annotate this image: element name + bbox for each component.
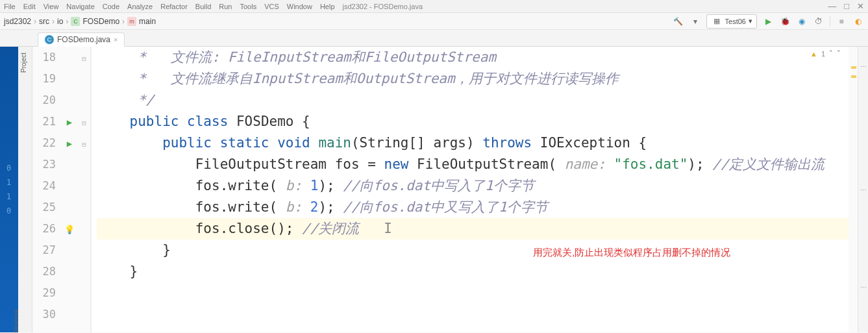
tool-stub[interactable]: ⋯ xyxy=(860,280,867,293)
debug-icon[interactable]: 🐞 xyxy=(779,16,791,27)
fold-toggle-icon[interactable]: ⊟ xyxy=(82,55,86,63)
editor-tabs: C FOSDemo.java × xyxy=(0,30,868,47)
line-number: 26 xyxy=(32,218,56,240)
class-icon: C xyxy=(45,35,54,44)
build-icon[interactable]: 🔨 xyxy=(673,16,684,27)
tool-stub[interactable]: ⋯ xyxy=(860,60,867,73)
window-title: jsd2302 - FOSDemo.java xyxy=(343,3,423,10)
project-tool-label: Project xyxy=(20,53,27,73)
marker-warning[interactable] xyxy=(851,75,856,78)
breadcrumb-item[interactable]: main xyxy=(139,17,156,26)
code-line[interactable]: * 文件流继承自InputStream和OutputStream，用于对文件进行… xyxy=(97,68,849,90)
line-number: 18 xyxy=(32,47,56,68)
maximize-icon[interactable]: □ xyxy=(844,1,849,11)
line-number: 24 xyxy=(32,175,56,197)
stop-icon[interactable]: ■ xyxy=(836,16,847,27)
line-number: 19 xyxy=(32,68,56,90)
line-number: 23 xyxy=(32,154,56,175)
chevron-down-icon: ▾ xyxy=(749,17,752,25)
structure-tool-label[interactable]: Structure xyxy=(13,309,19,333)
code-line[interactable]: fos.close(); //关闭流 I xyxy=(97,218,849,240)
editor-gutter: 18192021222324252627282930 ▶▶💡 ⊟⊟⊟ xyxy=(32,47,92,332)
intention-bulb-icon[interactable]: 💡 xyxy=(64,225,75,234)
left-app-stripe: 0 1 1 0 xyxy=(0,47,18,332)
code-line[interactable]: } xyxy=(97,261,849,282)
error-stripe[interactable] xyxy=(849,47,858,332)
class-icon: C xyxy=(71,17,80,26)
navigation-bar: jsd2302 › src › io › C FOSDemo › m main … xyxy=(0,13,868,30)
code-line[interactable] xyxy=(97,282,849,304)
menu-item[interactable]: Refactor xyxy=(160,3,188,10)
menu-item[interactable]: File xyxy=(4,3,16,10)
code-line[interactable]: public static void main(String[] args) t… xyxy=(97,132,849,154)
menu-item[interactable]: Window xyxy=(287,3,312,10)
menu-item[interactable]: Edit xyxy=(23,3,36,10)
line-number: 30 xyxy=(32,304,56,325)
project-tool-window-stripe[interactable]: Project xyxy=(18,47,32,332)
chevron-right-icon: › xyxy=(122,17,125,26)
chevron-right-icon: › xyxy=(66,17,68,26)
code-line[interactable]: * 文件流: FileInputStream和FileOutputStream xyxy=(97,47,849,68)
external-annotation: 用完就关,防止出现类似程序占用删不掉的情况 xyxy=(533,247,730,259)
menu-item[interactable]: View xyxy=(43,3,59,10)
warning-count: 1 xyxy=(821,50,825,58)
code-line[interactable] xyxy=(97,304,849,325)
fold-toggle-icon[interactable]: ⊟ xyxy=(82,119,86,127)
marker-warning[interactable] xyxy=(851,66,856,69)
inspection-widget[interactable]: ▲ 1 ˄ ˅ xyxy=(810,49,841,58)
app-icon: ▦ xyxy=(711,16,723,27)
right-tool-stripe: ⋯ ⋯ ⋯ xyxy=(858,47,868,332)
line-number: 28 xyxy=(32,261,56,282)
line-number: 25 xyxy=(32,197,56,218)
breadcrumb-item[interactable]: src xyxy=(39,17,49,26)
code-line[interactable]: FileOutputStream fos = new FileOutputStr… xyxy=(97,154,849,175)
line-number: 27 xyxy=(32,240,56,261)
code-line[interactable]: public class FOSDemo { xyxy=(97,111,849,132)
line-number: 20 xyxy=(32,90,56,111)
run-coverage-icon[interactable]: ◉ xyxy=(796,16,808,27)
chevron-right-icon: › xyxy=(34,17,36,26)
code-line[interactable]: fos.write( b: 2); //向fos.dat中又写入了1个字节 xyxy=(97,197,849,218)
run-icon[interactable]: ▶ xyxy=(762,16,774,27)
line-number: 29 xyxy=(32,282,56,304)
close-icon[interactable]: ✕ xyxy=(857,1,864,11)
code-line[interactable]: */ xyxy=(97,90,849,111)
menu-item[interactable]: Code xyxy=(103,3,119,10)
code-line[interactable]: fos.write( b: 1); //向fos.dat中写入了1个字节 xyxy=(97,175,849,197)
menu-item[interactable]: Run xyxy=(219,3,232,10)
menu-item[interactable]: VCS xyxy=(264,3,279,10)
line-number: 22 xyxy=(32,132,56,154)
breadcrumb-item[interactable]: jsd2302 xyxy=(4,17,31,26)
chevron-down-icon[interactable]: ˅ xyxy=(837,49,841,58)
chevron-down-icon[interactable]: ▾ xyxy=(689,16,701,27)
menu-item[interactable]: Analyze xyxy=(127,3,153,10)
close-tab-icon[interactable]: × xyxy=(114,36,118,43)
chevron-up-icon[interactable]: ˄ xyxy=(829,49,833,58)
run-gutter-icon[interactable]: ▶ xyxy=(67,138,72,149)
minimize-icon[interactable]: — xyxy=(828,1,836,11)
menu-item[interactable]: Tools xyxy=(240,3,256,10)
fold-toggle-icon[interactable]: ⊟ xyxy=(82,140,86,149)
breadcrumb: jsd2302 › src › io › C FOSDemo › m main xyxy=(4,17,156,26)
run-config-label: Test06 xyxy=(725,18,746,25)
file-tab-label: FOSDemo.java xyxy=(57,35,110,44)
chevron-right-icon: › xyxy=(52,17,55,26)
breadcrumb-item[interactable]: io xyxy=(57,17,63,26)
code-line[interactable]: } xyxy=(97,240,849,261)
run-gutter-icon[interactable]: ▶ xyxy=(67,117,72,127)
breadcrumb-item[interactable]: FOSDemo xyxy=(82,17,119,26)
menu-item[interactable]: Help xyxy=(320,3,335,10)
file-tab-active[interactable]: C FOSDemo.java × xyxy=(38,32,125,47)
profile-icon[interactable]: ⏱ xyxy=(813,16,825,27)
search-everywhere-icon[interactable]: ◐ xyxy=(852,16,864,27)
line-number: 21 xyxy=(32,111,56,132)
run-config-selector[interactable]: ▦ Test06 ▾ xyxy=(706,14,757,29)
code-editor[interactable]: 18192021222324252627282930 ▶▶💡 ⊟⊟⊟ ▲ 1 ˄… xyxy=(32,47,858,332)
menu-item[interactable]: Navigate xyxy=(66,3,94,10)
menu-item[interactable]: Build xyxy=(195,3,211,10)
menu-bar: File Edit View Navigate Code Analyze Ref… xyxy=(0,0,868,13)
warning-icon: ▲ xyxy=(810,50,817,58)
tool-stub[interactable]: ⋯ xyxy=(860,183,867,196)
method-icon: m xyxy=(127,17,136,26)
